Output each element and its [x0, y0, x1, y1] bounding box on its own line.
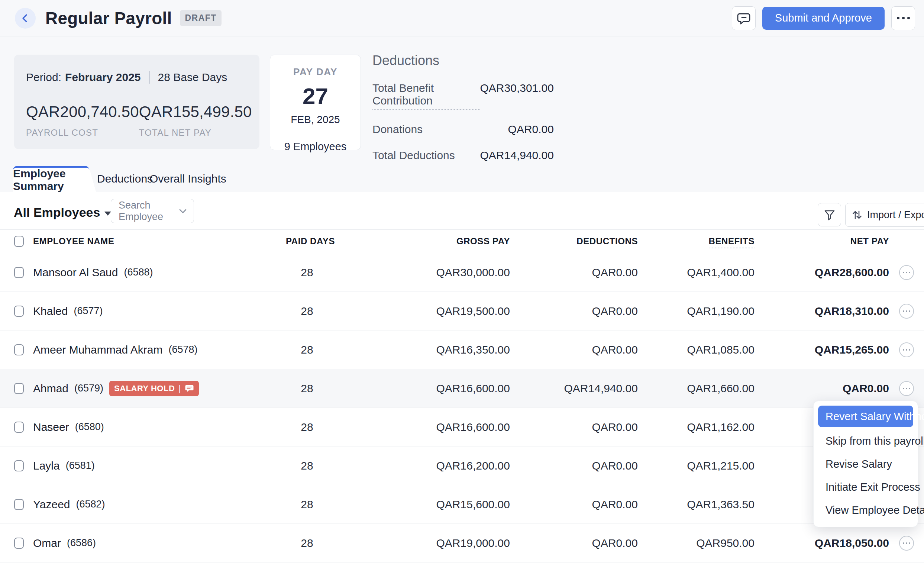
salary-hold-badge[interactable]: SALARY HOLD | — [109, 381, 199, 396]
back-button[interactable] — [15, 8, 36, 29]
filter-funnel-icon — [823, 209, 836, 221]
deductions-cell: QAR0.00 — [592, 498, 638, 511]
employee-name: Ahmad — [33, 382, 68, 395]
deductions-panel: Deductions Total Benefit Contribution QA… — [372, 53, 554, 162]
table-row[interactable]: Yazeed (6582) 28 QAR15,600.00 QAR0.00 QA… — [0, 485, 924, 524]
tab-employee-summary[interactable]: Employee Summary — [13, 166, 87, 192]
search-employee-select[interactable]: Search Employee — [111, 199, 194, 223]
paid-days-cell: 28 — [301, 343, 313, 356]
gross-pay-cell: QAR16,600.00 — [436, 382, 510, 395]
benefits-cell: QAR1,162.00 — [687, 421, 755, 433]
tab-deductions[interactable]: Deductions — [97, 166, 153, 192]
row-checkbox[interactable] — [14, 267, 24, 278]
row-actions-button[interactable] — [899, 536, 914, 551]
row-checkbox[interactable] — [14, 499, 24, 510]
comment-icon — [736, 10, 752, 26]
row-checkbox[interactable] — [14, 306, 24, 317]
gross-pay-cell: QAR15,600.00 — [436, 498, 510, 511]
employee-filter-dropdown[interactable]: All Employees — [14, 205, 111, 220]
search-employee-placeholder: Search Employee — [119, 200, 178, 223]
status-badge: DRAFT — [180, 10, 221, 26]
employee-name: Mansoor Al Saud — [33, 266, 118, 279]
employee-name: Ameer Muhammad Akram — [33, 343, 163, 356]
filter-button[interactable] — [818, 203, 841, 226]
net-pay-cell: QAR15,265.00 — [815, 343, 889, 356]
table-row[interactable]: Mansoor Al Saud (6588) 28 QAR30,000.00 Q… — [0, 253, 924, 292]
benefits-cell: QAR950.00 — [696, 537, 755, 549]
summary-section: Period: February 2025 28 Base Days QAR20… — [0, 36, 924, 166]
total-net-pay-value: QAR155,499.50 — [139, 103, 252, 121]
table-row[interactable]: Khaled (6577) 28 QAR19,500.00 QAR0.00 QA… — [0, 292, 924, 330]
comment-button[interactable] — [732, 6, 756, 30]
top-actions: Submit and Approve — [732, 6, 915, 30]
employee-id: (6580) — [75, 421, 104, 433]
payroll-page: Regular Payroll DRAFT Submit and Approve… — [0, 0, 924, 577]
base-days: 28 Base Days — [158, 71, 227, 84]
row-checkbox[interactable] — [14, 460, 24, 471]
paid-days-cell: 28 — [301, 498, 313, 511]
tab-overall-insights[interactable]: Overall Insights — [150, 166, 226, 192]
employee-name: Khaled — [33, 305, 68, 318]
total-deductions-label: Total Deductions — [372, 149, 455, 162]
row-actions-button[interactable] — [899, 265, 914, 280]
net-pay-cell: QAR18,310.00 — [815, 305, 889, 317]
payday-employee-count: 9 Employees — [284, 140, 347, 153]
row-checkbox[interactable] — [14, 422, 24, 433]
paid-days-cell: 28 — [301, 382, 313, 395]
col-benefits[interactable]: BENEFITS — [709, 236, 755, 248]
chevron-left-icon — [21, 13, 30, 23]
context-menu-item[interactable]: View Employee Details — [818, 498, 913, 522]
import-export-button[interactable]: Import / Export — [845, 203, 924, 227]
table-row[interactable]: Ahmad (6579) SALARY HOLD | 28 QAR16,600.… — [0, 369, 924, 408]
import-export-arrows-icon — [852, 209, 863, 221]
col-net-pay: NET PAY — [850, 236, 889, 246]
employee-name: Yazeed — [33, 498, 70, 511]
context-menu-item[interactable]: Revert Salary Withhold — [818, 406, 913, 427]
gross-pay-cell: QAR16,350.00 — [436, 343, 510, 356]
table-row[interactable]: Layla (6581) 28 QAR16,200.00 QAR0.00 QAR… — [0, 446, 924, 485]
table-body: Mansoor Al Saud (6588) 28 QAR30,000.00 Q… — [0, 253, 924, 562]
period-card: Period: February 2025 28 Base Days QAR20… — [14, 55, 259, 149]
period-value: February 2025 — [65, 71, 140, 84]
gross-pay-cell: QAR30,000.00 — [436, 266, 510, 279]
payday-label: PAY DAY — [293, 66, 338, 78]
row-actions-button[interactable] — [899, 304, 914, 319]
import-export-label: Import / Export — [867, 209, 924, 221]
deductions-cell: QAR0.00 — [592, 343, 638, 356]
paid-days-cell: 28 — [301, 305, 313, 317]
gross-pay-cell: QAR16,200.00 — [436, 459, 510, 472]
chevron-down-icon — [178, 206, 188, 216]
gross-pay-cell: QAR19,000.00 — [436, 537, 510, 549]
paid-days-cell: 28 — [301, 266, 313, 279]
row-actions-button[interactable] — [899, 342, 914, 357]
payroll-cost-value: QAR200,740.50 — [26, 103, 139, 121]
row-checkbox[interactable] — [14, 383, 24, 394]
deductions-cell: QAR0.00 — [592, 266, 638, 279]
chat-icon — [185, 384, 194, 393]
payday-day: 27 — [303, 83, 328, 109]
page-title: Regular Payroll — [45, 8, 172, 28]
payroll-cost-label: PAYROLL COST — [26, 127, 139, 138]
select-all-checkbox[interactable] — [14, 236, 24, 247]
employee-name: Naseer — [33, 421, 69, 434]
paid-days-cell: 28 — [301, 459, 313, 472]
table-row[interactable]: Ameer Muhammad Akram (6578) 28 QAR16,350… — [0, 330, 924, 369]
total-benefit-contribution-value: QAR30,301.00 — [480, 82, 554, 94]
total-benefit-contribution-label[interactable]: Total Benefit Contribution — [372, 82, 480, 110]
row-checkbox[interactable] — [14, 538, 24, 549]
benefits-cell: QAR1,400.00 — [687, 266, 755, 279]
more-actions-button[interactable] — [891, 6, 915, 30]
context-menu-item[interactable]: Skip from this payroll — [818, 429, 913, 453]
caret-down-icon — [105, 211, 111, 216]
context-menu-item[interactable]: Revise Salary — [818, 453, 913, 475]
employee-id: (6578) — [168, 344, 197, 355]
employee-id: (6586) — [67, 537, 96, 549]
table-row[interactable]: Omar (6586) 28 QAR19,000.00 QAR0.00 QAR9… — [0, 524, 924, 562]
row-actions-button[interactable] — [899, 381, 914, 396]
row-checkbox[interactable] — [14, 344, 24, 355]
submit-approve-button[interactable]: Submit and Approve — [762, 7, 885, 30]
context-menu-item[interactable]: Initiate Exit Process — [818, 475, 913, 498]
table-header-row: EMPLOYEE NAME PAID DAYS GROSS PAY DEDUCT… — [0, 229, 924, 253]
benefits-cell: QAR1,660.00 — [687, 382, 755, 395]
table-row[interactable]: Naseer (6580) 28 QAR16,600.00 QAR0.00 QA… — [0, 408, 924, 446]
